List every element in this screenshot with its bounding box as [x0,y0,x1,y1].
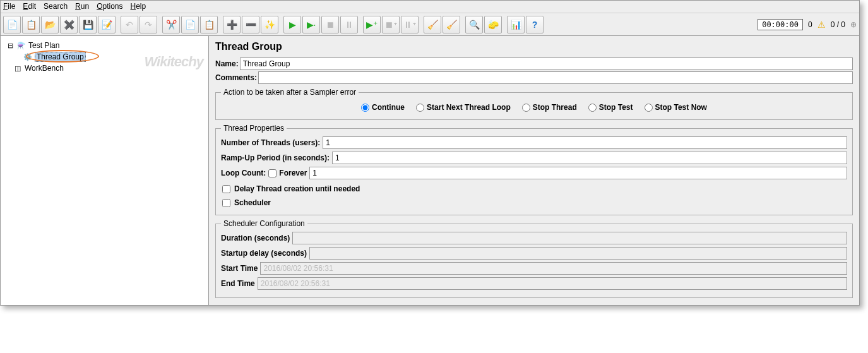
menu-help[interactable]: Help [131,2,146,11]
tree-label-selected: Thread Group [35,52,86,62]
forever-label: Forever [279,169,307,177]
name-label: Name: [215,59,239,68]
tree-threadgroup[interactable]: ⚙️ Thread Group [3,51,206,63]
loop-input[interactable] [309,167,847,179]
starttime-label: Start Time [221,264,258,273]
scheduler-checkbox[interactable] [222,199,230,207]
tree-testplan[interactable]: ⊟ ⚗️ Test Plan [3,40,206,51]
scheduler-label: Scheduler [234,198,271,207]
search-icon[interactable]: 🔍 [465,16,483,33]
duration-label: Duration (seconds) [221,234,290,242]
startup-label: Startup delay (seconds) [221,249,307,258]
rampup-input[interactable] [332,152,847,164]
error-count: 0 [808,20,812,29]
remote-stop-icon[interactable]: ⏹⁺ [382,16,400,33]
tree-label: WorkBench [25,64,64,73]
start-icon[interactable]: ▶ [283,16,301,33]
toolbar: 📄 📋 📂 ✖️ 💾 📝 ↶ ↷ ✂️ 📄 📋 ➕ ➖ ✨ ▶ ▶· ⏹ ⏸ ▶… [1,13,859,36]
menu-edit[interactable]: Edit [23,2,36,11]
loop-label: Loop Count: [221,169,266,177]
numthreads-input[interactable] [323,136,847,149]
clear-icon[interactable]: 🧹 [424,16,441,33]
comments-label: Comments: [215,73,257,82]
rampup-label: Ramp-Up Period (in seconds): [221,153,330,162]
thread-legend: Thread Properties [221,124,287,133]
flask-icon: ⚗️ [17,41,26,50]
starttime-input [260,262,847,275]
radio-stoptest[interactable]: Stop Test [588,103,633,112]
action-legend: Action to be taken after a Sampler error [221,88,359,97]
thread-fieldset: Thread Properties Number of Threads (use… [215,124,853,215]
delay-checkbox[interactable] [222,185,230,193]
radio-stoptestnow[interactable]: Stop Test Now [645,103,707,112]
workbench-icon: ◫ [13,64,22,73]
startup-input [309,247,847,260]
add-icon[interactable]: ➕ [223,16,241,33]
tree-label: Test Plan [28,41,59,50]
templates-icon[interactable]: 📋 [22,16,40,33]
saveas-icon[interactable]: 📝 [98,16,116,33]
content-panel: Thread Group Name: Comments: Action to b… [209,36,859,305]
elapsed-timer: 00:00:00 [758,19,803,30]
redo-icon[interactable]: ↷ [140,16,157,33]
gear-icon: ⚙️ [23,52,32,61]
menu-search[interactable]: Search [44,2,68,11]
cut-icon[interactable]: ✂️ [162,16,180,33]
help-icon[interactable]: ? [526,16,544,33]
copy-icon[interactable]: 📄 [181,16,199,33]
duration-input [292,232,847,244]
tree-workbench[interactable]: ◫ WorkBench [3,63,206,74]
endtime-label: End Time [221,279,255,288]
undo-icon[interactable]: ↶ [121,16,138,33]
delay-label: Delay Thread creation until needed [234,184,360,193]
remove-icon[interactable]: ➖ [242,16,259,33]
thread-ratio: 0 / 0 [831,20,845,29]
sched-legend: Scheduler Configuration [221,219,307,228]
save-icon[interactable]: 💾 [79,16,97,33]
start-notimers-icon[interactable]: ▶· [302,16,320,33]
radio-stopthread[interactable]: Stop Thread [522,103,577,112]
warning-icon[interactable]: ⚠ [817,20,826,30]
remote-start-icon[interactable]: ▶⁺ [363,16,381,33]
radio-continue[interactable]: Continue [361,103,405,112]
tree-panel: ⊟ ⚗️ Test Plan ⚙️ Thread Group ◫ WorkBen… [1,36,209,305]
remote-shutdown-icon[interactable]: ⏸⁺ [401,16,419,33]
numthreads-label: Number of Threads (users): [221,138,320,147]
expand-icon[interactable]: ⊕ [850,20,857,29]
function-icon[interactable]: 📊 [507,16,525,33]
open-icon[interactable]: 📂 [41,16,59,33]
menu-file[interactable]: File [3,2,15,11]
reset-search-icon[interactable]: 🧽 [484,16,502,33]
scheduler-fieldset: Scheduler Configuration Duration (second… [215,219,853,298]
menu-options[interactable]: Options [97,2,122,11]
new-icon[interactable]: 📄 [3,16,21,33]
endtime-input [258,277,847,290]
radio-startnext[interactable]: Start Next Thread Loop [416,103,511,112]
menubar: File Edit Search Run Options Help [1,1,859,13]
stop-icon[interactable]: ⏹ [321,16,339,33]
clearall-icon[interactable]: 🧹 [443,16,460,33]
comments-input[interactable] [258,71,853,84]
paste-icon[interactable]: 📋 [200,16,218,33]
menu-run[interactable]: Run [75,2,89,11]
action-fieldset: Action to be taken after a Sampler error… [215,88,853,120]
forever-checkbox[interactable] [268,169,276,177]
shutdown-icon[interactable]: ⏸ [340,16,358,33]
page-title: Thread Group [215,41,853,52]
name-input[interactable] [240,57,853,70]
collapse-icon[interactable]: ⊟ [6,41,15,50]
toggle-icon[interactable]: ✨ [261,16,278,33]
close-icon[interactable]: ✖️ [60,16,78,33]
